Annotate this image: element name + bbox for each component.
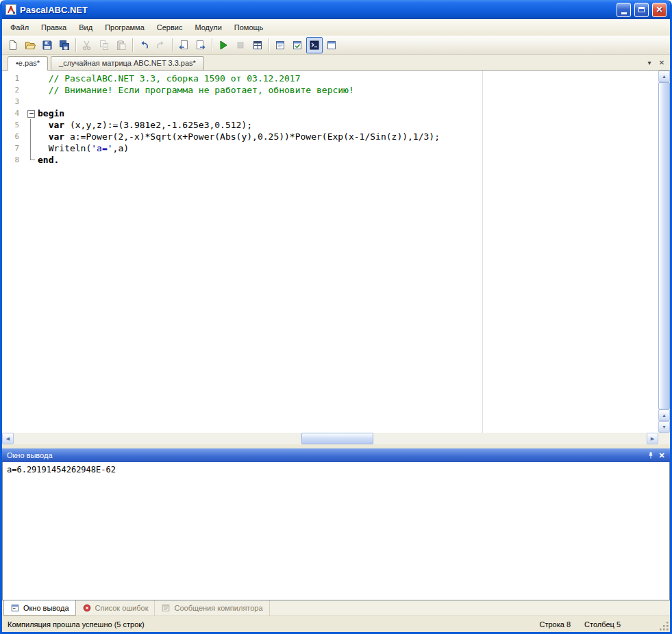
open-button[interactable]: [22, 37, 38, 53]
show-messages-button[interactable]: [289, 37, 306, 53]
tab-list-button[interactable]: ▾: [644, 57, 655, 68]
code-text: Writeln('a=',a): [38, 142, 129, 154]
save-button[interactable]: [39, 37, 55, 53]
fold-marker: [25, 142, 38, 154]
new-button[interactable]: [5, 37, 21, 53]
resize-grip[interactable]: [660, 622, 669, 631]
code-line[interactable]: 1 // PascalABC.NET 3.3, сборка 1590 от 0…: [2, 73, 658, 84]
menu-item[interactable]: Помощь: [228, 19, 270, 36]
prev-marker-button[interactable]: [175, 37, 192, 53]
open-folder-icon: [25, 40, 36, 51]
compiler-messages-icon: [161, 603, 171, 613]
line-number: 4: [2, 107, 25, 119]
horizontal-scrollbar-track[interactable]: [14, 433, 647, 444]
scrollbar-corner: [658, 433, 670, 444]
undo-button[interactable]: [136, 37, 152, 53]
fold-margin: [25, 84, 38, 96]
stop-button: [232, 37, 249, 53]
line-number: 7: [2, 142, 25, 154]
code-line[interactable]: 3: [2, 96, 658, 107]
output-window-icon: [10, 603, 20, 613]
pin-button[interactable]: [645, 450, 656, 461]
status-bar: Компиляция прошла успешно (5 строк) Стро…: [2, 616, 670, 632]
fold-marker: [25, 119, 38, 131]
toolbar-separator: [269, 38, 269, 52]
copy-button: [96, 37, 112, 53]
caret-position: Строка 8 Столбец 5: [540, 620, 621, 629]
paste-button: [113, 37, 129, 53]
scroll-up-button[interactable]: [658, 71, 670, 82]
close-icon: ✕: [659, 59, 664, 66]
menu-item[interactable]: Модули: [188, 19, 227, 36]
toolbar-separator: [75, 38, 76, 52]
app-window: PascalABC.NET ✕ ФайлПравкаВидПрограммаСе…: [0, 0, 672, 634]
chevron-down-icon: ▾: [647, 59, 651, 66]
next-marker-button[interactable]: [192, 37, 209, 53]
bottom-tab[interactable]: Окно вывода: [3, 600, 76, 616]
run-button[interactable]: [215, 37, 232, 53]
doc-tab[interactable]: •e.pas*: [8, 56, 48, 71]
toolbar-separator: [212, 38, 212, 52]
run-icon: [218, 40, 229, 51]
menu-item[interactable]: Вид: [73, 19, 99, 36]
code-text: // Внимание! Если программа не работает,…: [38, 84, 354, 96]
maximize-button[interactable]: [634, 3, 649, 17]
bottom-tab[interactable]: Список ошибок: [76, 600, 155, 616]
app-icon: [5, 4, 16, 15]
menu-item[interactable]: Правка: [35, 19, 73, 36]
scroll-up-button-bottom[interactable]: [658, 409, 670, 421]
code-line[interactable]: 7 Writeln('a=',a): [2, 142, 658, 154]
scroll-left-button[interactable]: [2, 433, 14, 444]
fold-marker: [25, 131, 38, 142]
code-line[interactable]: 2 // Внимание! Если программа не работае…: [2, 84, 658, 96]
minimize-icon: [621, 12, 627, 14]
close-button[interactable]: ✕: [652, 3, 667, 17]
fold-marker[interactable]: [25, 107, 38, 119]
bottom-tab-label: Список ошибок: [95, 604, 149, 612]
save-all-icon: [59, 40, 70, 51]
code-line[interactable]: 5 var (x,y,z):=(3.981e2,-1.625e3,0.512);: [2, 119, 658, 131]
pin-icon: [647, 451, 655, 459]
bottom-tab[interactable]: Сообщения компилятора: [155, 600, 269, 616]
close-tab-button[interactable]: ✕: [656, 57, 667, 68]
output-panel-title: Окно вывода: [7, 451, 645, 459]
horizontal-scrollbar[interactable]: [2, 433, 670, 444]
minimize-button[interactable]: [617, 3, 631, 17]
bottom-tab-label: Окно вывода: [23, 604, 69, 612]
code-text: begin: [38, 107, 64, 119]
code-text: // PascalABC.NET 3.3, сборка 1590 от 03.…: [38, 73, 301, 84]
vertical-scrollbar[interactable]: [658, 71, 670, 433]
line-number: 3: [2, 96, 25, 107]
show-output-button[interactable]: [306, 37, 323, 53]
redo-button: [153, 37, 169, 53]
output-close-button[interactable]: ✕: [656, 450, 667, 461]
save-all-button[interactable]: [56, 37, 73, 53]
line-number: 2: [2, 84, 25, 96]
title-bar[interactable]: PascalABC.NET ✕: [2, 0, 670, 19]
output-panel-header: Окно вывода ✕: [2, 448, 670, 462]
editor-body: 1 // PascalABC.NET 3.3, сборка 1590 от 0…: [2, 71, 670, 433]
code-line[interactable]: 4begin: [2, 107, 658, 119]
doc-tab[interactable]: _случайная матрица ABC.NET 3.3.pas*: [51, 56, 204, 70]
vertical-scrollbar-thumb[interactable]: [658, 82, 670, 409]
menu-item[interactable]: Программа: [99, 19, 151, 36]
show-error-list-button[interactable]: [272, 37, 288, 53]
fold-margin: [25, 73, 38, 84]
output-window[interactable]: a=6.29191454262948E-62: [2, 462, 670, 600]
window-title: PascalABC.NET: [20, 5, 613, 15]
code-area[interactable]: 1 // PascalABC.NET 3.3, сборка 1590 от 0…: [2, 71, 658, 433]
paste-icon: [116, 40, 127, 51]
code-line[interactable]: 6 var a:=Power(2,-x)*Sqrt(x+Power(Abs(y)…: [2, 131, 658, 142]
show-window-button[interactable]: [323, 37, 340, 53]
horizontal-scrollbar-thumb[interactable]: [301, 433, 373, 444]
save-icon: [42, 40, 53, 51]
scroll-right-button[interactable]: [647, 433, 658, 444]
evaluate-button[interactable]: [249, 37, 266, 53]
menu-item[interactable]: Сервис: [151, 19, 189, 36]
code-line[interactable]: 8end.: [2, 154, 658, 166]
redo-icon: [155, 40, 166, 51]
doc-tabs: •e.pas*_случайная матрица ABC.NET 3.3.pa…: [2, 55, 670, 71]
menu-bar: ФайлПравкаВидПрограммаСервисМодулиПомощь: [2, 19, 670, 36]
menu-item[interactable]: Файл: [4, 19, 35, 36]
scroll-down-button[interactable]: [658, 421, 670, 433]
